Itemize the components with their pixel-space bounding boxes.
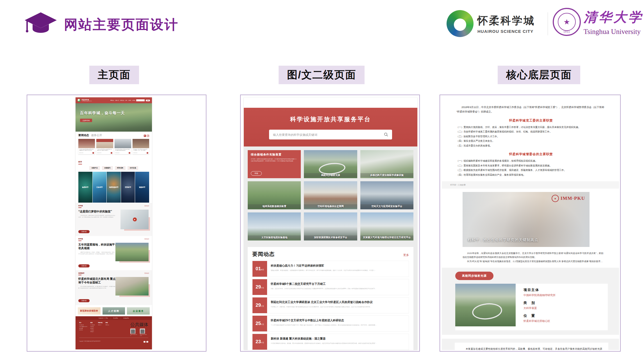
footer-item[interactable]: 联系方式: [79, 329, 87, 331]
news-card[interactable]: 北京市与中国科学院联合推进怀柔综合性国家科学中心建设工作会议召开 2022-07…: [78, 139, 95, 154]
facility-card[interactable]: 京津冀大气环境与物理化学前沿交叉研究平台: [360, 212, 413, 240]
duty-item: （四）培育和发展科技服务业和高精尖产业，服务保障项目落地。: [456, 173, 606, 177]
campus-photo: [115, 277, 149, 295]
news-row[interactable]: 29/7月 怀柔科学城6个第二批交叉研究平台下月竣工目前，北京分子科学、介科学与…: [252, 279, 409, 295]
tab-facility-booking[interactable]: 设施预约: [102, 166, 113, 170]
facility-card[interactable]: 太空实验室地面实验基地: [248, 212, 301, 240]
mockup-main-page: 怀柔科学城 北京怀柔综合性国家科学中心 要闻动态 政务公开 政务互动 科学 科学…: [76, 97, 152, 349]
nav-item[interactable]: 政务公开: [115, 100, 119, 101]
more-link[interactable]: 更多内容: [144, 272, 149, 274]
facility-card[interactable]: 空间环境地基综合监测网: [304, 181, 357, 209]
nav-item[interactable]: 要闻动态: [110, 100, 114, 101]
facility-card[interactable]: 深部资源探测技术装备研发平台: [304, 212, 357, 240]
duty-item: （五）完成市委交办的其他事项。: [456, 143, 606, 148]
slide: 网站主要页面设计 怀柔科学城 HUAIROU SCIENCE CITY ★ 19…: [0, 0, 644, 362]
detail-button[interactable]: 查看详情: [78, 230, 90, 233]
wechat-icon[interactable]: [144, 341, 145, 343]
field-material-science[interactable]: 物质科学: [78, 172, 92, 203]
tab-cooperation[interactable]: 合作交流: [128, 166, 138, 170]
footer-link[interactable]: 委办局网站: [113, 318, 118, 319]
photo-caption: 程和平：抢占生命科学研究的关键制高点: [468, 237, 538, 242]
arrow-icon[interactable]: →: [129, 152, 130, 154]
tab-gov-affairs[interactable]: 政务公开: [91, 134, 102, 137]
tab-research-results[interactable]: 科研成果: [115, 166, 126, 170]
tab-facility-platform[interactable]: 设施平台: [89, 166, 100, 170]
site-footer: 市级政务部门门户网站| 委办局网站| 新闻媒体网站 关于 科学城介绍 大科学装置…: [76, 316, 152, 349]
arrow-icon[interactable]: →: [147, 152, 148, 154]
facility-card[interactable]: 空间天文与应用研发实验平台: [360, 181, 413, 209]
news-card[interactable]: 领导赴怀柔科学城大科学装置现场调研督导重点项目建设进展情况 2022-08-13…: [115, 139, 131, 154]
nav-item[interactable]: 科学家: [128, 100, 131, 101]
location-value[interactable]: 怀柔科学城北部核心区: [524, 319, 556, 323]
search-icon[interactable]: [384, 132, 388, 137]
arrow-icon[interactable]: →: [111, 152, 112, 154]
hero-button[interactable]: 走进科学城: [80, 119, 92, 122]
heps-description-section: 本装置旨在建成主要性能指标位居世界前列的，高能量、极低发射度、可靠稳定、具备完备…: [442, 339, 619, 350]
field-life-science[interactable]: 生命科学: [93, 172, 107, 203]
breadcrumb[interactable]: 科学家 › 人物故事: [442, 181, 619, 189]
banner-recruit[interactable]: 人才招聘: [103, 307, 125, 315]
search-icon: ⌕: [137, 100, 137, 101]
footer-link[interactable]: 新闻媒体网站: [123, 318, 129, 319]
footer-link[interactable]: 市级政务部门门户网站: [99, 318, 108, 319]
field-intelligent-science[interactable]: 智能科学: [135, 172, 149, 203]
carousel-prev-icon[interactable]: ▶: [144, 135, 146, 137]
detail-button[interactable]: 查看详情: [78, 264, 90, 267]
facility-card[interactable]: 高能同步辐射光源: [304, 150, 357, 178]
nav-item[interactable]: 科学: [125, 100, 127, 101]
news-row[interactable]: 01/8月 科技是核心战斗力！习近平这样谈科技强军强国必须强军，军强才能国安。全…: [252, 261, 409, 277]
news-row[interactable]: 29/7月 郭延红到北京工业大学调研座谈 北京工业大学与怀柔区人民政府签订战略合…: [252, 297, 409, 313]
nav-item[interactable]: 科学城: [132, 100, 135, 101]
video-thumbnail-play-icon[interactable]: [120, 210, 149, 229]
facility-card[interactable]: 多模态跨尺度生物医学成像设施: [360, 150, 413, 178]
carousel-next-icon[interactable]: ◀: [147, 135, 149, 137]
news-section: 要闻动态 政务公开 ▶ ◀ 北京市与中国科学院联合推进怀柔综合性国家科学中心建设…: [76, 132, 152, 159]
nav-item[interactable]: 政务互动: [120, 100, 124, 101]
owner-value[interactable]: 中国科学院高能物理研究所: [524, 294, 556, 297]
banner-covid[interactable]: 新冠肺炎疫情防控: [78, 307, 101, 315]
frame-main-page: 怀柔科学城 北京怀柔综合性国家科学中心 要闻动态 政务公开 政务互动 科学 科学…: [27, 95, 206, 352]
news-date: 2022-07-29: [97, 152, 101, 153]
news-row[interactable]: 23/7月 新科技 新基建 重大科技基础设施：国之重器今天我们继续关注新科技、新…: [252, 334, 409, 350]
feature-body: 北京大学怀柔科学城校区建设提速，多个重点项目将于今年全面竣工，为怀柔科学城集聚一…: [78, 286, 115, 295]
weibo-icon[interactable]: [146, 341, 148, 343]
more-link[interactable]: 更多: [403, 253, 409, 257]
scientist-group-photo: ✦ IMM·PKU 程和平：抢占生命科学研究的关键制高点: [463, 192, 590, 247]
arrow-icon[interactable]: →: [92, 152, 94, 154]
news-date: 2022-08-13: [115, 152, 119, 153]
footer-item[interactable]: 创新窗口: [90, 331, 95, 333]
university-section: 高校院所 更多内容 怀柔科学城迎北大新布局 重点项目将于今年全面竣工 北京大学怀…: [76, 270, 152, 305]
duty-item: （三）按权限负责干部管理和人才工作。: [456, 134, 606, 139]
facility-card[interactable]: 地球系统数值模拟装置: [248, 181, 301, 209]
tsinghua-logo: ★ 1911 清华大学 Tsinghua University: [553, 8, 643, 36]
news-card[interactable]: 怀柔区委、怀柔科学城党工委理论学习中心组举行（扩大）会议专题学习 2022-08…: [133, 139, 149, 154]
facility-tag[interactable]: 高能同步辐射光源: [455, 272, 493, 280]
tab-news[interactable]: 要闻动态: [78, 134, 89, 137]
footer-item[interactable]: 招聘信息: [106, 324, 109, 326]
facility-feature-card[interactable]: 综合极端条件实验装置 由中科院、教育部共同向国家发改委申请的，由中国科学院物理研…: [248, 150, 301, 178]
news-row[interactable]: 25/7月 怀柔科学城29个交叉研究平台半数以上年底前进入科研状态“十三五”时期…: [252, 315, 409, 332]
facility-search-input[interactable]: [273, 133, 384, 136]
news-card[interactable]: 北京工业大学与怀柔区人民政府签订战略合作协议 共建科技创新平台 2022-07-…: [96, 139, 113, 154]
banner-enterprise[interactable]: 企业服务: [127, 307, 150, 315]
mockup-core-page: 2018年9月11日，中共北京市委怀柔科学城工作委员会（以下简称“怀柔科学城党工…: [442, 97, 619, 350]
heps-aerial-photo: [455, 284, 516, 326]
more-link[interactable]: 更多内容: [144, 205, 149, 207]
footer-item[interactable]: 理事公示: [98, 324, 103, 326]
site-search-box[interactable]: ⌕: [136, 99, 145, 101]
news-date: 2022-07-30: [79, 152, 83, 153]
more-link[interactable]: 更多内容: [144, 238, 149, 240]
facility-search-box[interactable]: [269, 130, 392, 139]
category-value[interactable]: 大科学装置: [524, 306, 556, 310]
facility-grid: 综合极端条件实验装置 由中科院、教育部共同向国家发改委申请的，由中国科学院物理研…: [244, 146, 417, 244]
login-button[interactable]: 登录: [146, 100, 150, 101]
detail-button[interactable]: 查看详情: [78, 299, 90, 302]
huairou-logo-cn: 怀柔科学城: [477, 14, 535, 28]
field-space-science[interactable]: 空间科学: [121, 172, 135, 203]
field-earth-science[interactable]: 地球系统科学: [107, 172, 121, 203]
tsinghua-logo-cn: 清华大学: [584, 8, 643, 26]
huairou-logo-en: HUAIROU SCIENCE CITY: [477, 29, 535, 34]
feature-headline[interactable]: “这是我们梦想中的实验室”: [78, 210, 123, 213]
detail-button[interactable]: 详情: [251, 171, 262, 176]
category-label: 类 别: [524, 301, 556, 305]
